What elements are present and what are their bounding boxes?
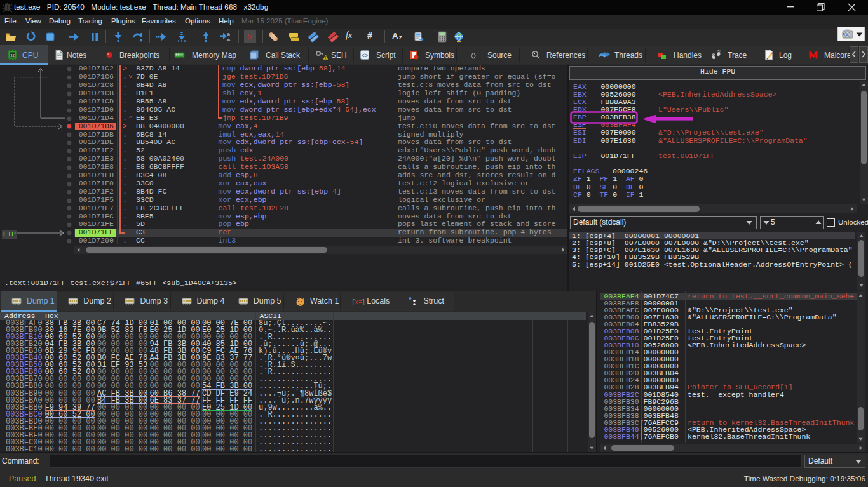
svg-text:]: ] xyxy=(362,299,365,306)
svg-text:!: ! xyxy=(325,55,326,60)
svg-text:<>: <> xyxy=(362,53,369,59)
svg-text:〈〉: 〈〉 xyxy=(471,51,476,59)
svg-text:32: 32 xyxy=(10,53,15,58)
